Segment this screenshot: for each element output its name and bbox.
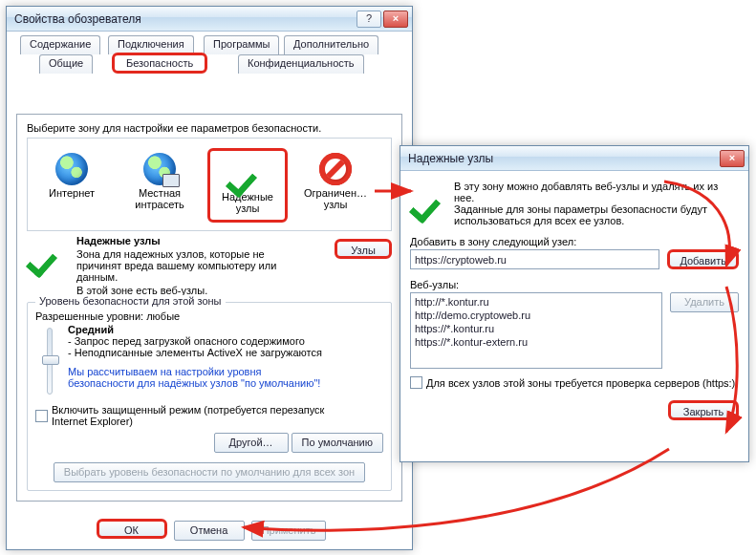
checkmark-icon bbox=[27, 235, 69, 271]
tab-panel-security: Выберите зону для настройки ее параметро… bbox=[16, 114, 402, 502]
list-item[interactable]: http://demo.cryptoweb.ru bbox=[413, 309, 659, 322]
intro-line: Заданные для зоны параметры безопасности… bbox=[454, 203, 739, 215]
window-title: Надежные узлы bbox=[408, 152, 718, 165]
help-button[interactable]: ? bbox=[356, 11, 381, 28]
checkmark-icon bbox=[410, 181, 452, 217]
apply-button[interactable]: Применить bbox=[251, 521, 327, 541]
tab-bar: Содержание Подключения Программы Дополни… bbox=[16, 35, 402, 75]
add-site-label: Добавить в зону следующий узел: bbox=[410, 236, 739, 247]
tab-privacy[interactable]: Конфиденциальность bbox=[238, 54, 364, 74]
zone-trusted[interactable]: Надежные узлы bbox=[207, 148, 288, 223]
titlebar: Надежные узлы × bbox=[400, 146, 748, 171]
tab-content[interactable]: Содержание bbox=[20, 35, 100, 54]
websites-label: Веб-узлы: bbox=[410, 279, 739, 290]
titlebar: Свойства обозревателя ? × bbox=[7, 7, 412, 32]
group-legend: Уровень безопасности для этой зоны bbox=[35, 295, 226, 307]
zone-intranet-label: Местная интрасеть bbox=[122, 187, 197, 210]
trusted-sites-dialog: Надежные узлы × В эту зону можно добавля… bbox=[400, 145, 749, 462]
cancel-button[interactable]: Отмена bbox=[174, 521, 245, 541]
note-line: Мы рассчитываем на настройки уровня bbox=[68, 366, 383, 377]
tab-security[interactable]: Безопасность bbox=[112, 53, 207, 74]
trusted-heading: Надежные узлы bbox=[76, 235, 327, 246]
zone-intranet[interactable]: Местная интрасеть bbox=[119, 148, 200, 223]
list-item[interactable]: http://*.kontur.ru bbox=[413, 295, 659, 309]
default-level-button[interactable]: По умолчанию bbox=[292, 433, 383, 453]
remove-button[interactable]: Удалить bbox=[670, 292, 739, 312]
close-button[interactable]: × bbox=[383, 11, 408, 28]
forbidden-icon bbox=[319, 153, 352, 185]
level-bullet: - Неподписанные элементы ActiveX не загр… bbox=[68, 347, 383, 358]
protected-mode-label: Включить защищенный режим (потребуется п… bbox=[52, 404, 357, 427]
sites-button[interactable]: Узлы bbox=[335, 239, 392, 259]
intranet-icon bbox=[143, 153, 176, 185]
tab-connections[interactable]: Подключения bbox=[108, 35, 194, 54]
add-site-input[interactable] bbox=[410, 249, 659, 269]
custom-level-button[interactable]: Другой… bbox=[214, 433, 289, 453]
internet-options-dialog: Свойства обозревателя ? × Содержание Под… bbox=[6, 6, 413, 550]
close-dialog-button[interactable]: Закрыть bbox=[668, 400, 739, 420]
intro-line: использоваться для всех ее узлов. bbox=[454, 215, 739, 226]
ok-button[interactable]: ОК bbox=[97, 519, 167, 539]
zone-restricted[interactable]: Ограничен… узлы bbox=[295, 148, 376, 223]
protected-mode-checkbox[interactable]: Включить защищенный режим (потребуется п… bbox=[35, 404, 357, 427]
security-slider[interactable] bbox=[47, 328, 53, 395]
list-item[interactable]: https://*.kontur-extern.ru bbox=[413, 335, 659, 349]
security-level-group: Уровень безопасности для этой зоны Разре… bbox=[27, 302, 392, 491]
tab-general[interactable]: Общие bbox=[39, 54, 93, 74]
zone-internet-label: Интернет bbox=[34, 187, 109, 199]
note-line: безопасности для надёжных узлов "по умол… bbox=[68, 377, 383, 389]
checkmark-icon bbox=[227, 155, 269, 191]
close-button[interactable]: × bbox=[720, 150, 745, 167]
require-https-checkbox[interactable]: Для всех узлов этой зоны требуется прове… bbox=[410, 376, 735, 389]
globe-icon bbox=[55, 153, 88, 185]
zone-restricted-label: Ограничен… узлы bbox=[298, 187, 373, 210]
trusted-desc-line: данным. bbox=[76, 271, 327, 283]
list-item[interactable]: https://*.kontur.ru bbox=[413, 322, 659, 335]
add-button[interactable]: Добавить bbox=[667, 249, 739, 269]
tab-advanced[interactable]: Дополнительно bbox=[284, 35, 378, 54]
window-title: Свойства обозревателя bbox=[14, 12, 355, 26]
level-name: Средний bbox=[68, 324, 114, 335]
allowed-levels: Разрешенные уровни: любые bbox=[35, 310, 383, 322]
reset-all-zones-button[interactable]: Выбрать уровень безопасности по умолчани… bbox=[54, 462, 365, 482]
tab-programs[interactable]: Программы bbox=[204, 35, 279, 54]
zone-prompt: Выберите зону для настройки ее параметро… bbox=[27, 122, 392, 134]
intro-line: В эту зону можно добавлять веб-узлы и уд… bbox=[454, 181, 739, 203]
trusted-desc-line: Зона для надежных узлов, которые не bbox=[76, 248, 327, 260]
zone-trusted-label: Надежные узлы bbox=[212, 191, 283, 214]
websites-listbox[interactable]: http://*.kontur.ru http://demo.cryptoweb… bbox=[410, 292, 662, 369]
level-bullet: - Запрос перед загрузкой опасного содерж… bbox=[68, 335, 383, 347]
trusted-desc-line: причинят вреда вашему компьютеру или bbox=[76, 260, 327, 271]
require-https-label: Для всех узлов этой зоны требуется прове… bbox=[426, 377, 735, 389]
zone-internet[interactable]: Интернет bbox=[32, 148, 112, 223]
